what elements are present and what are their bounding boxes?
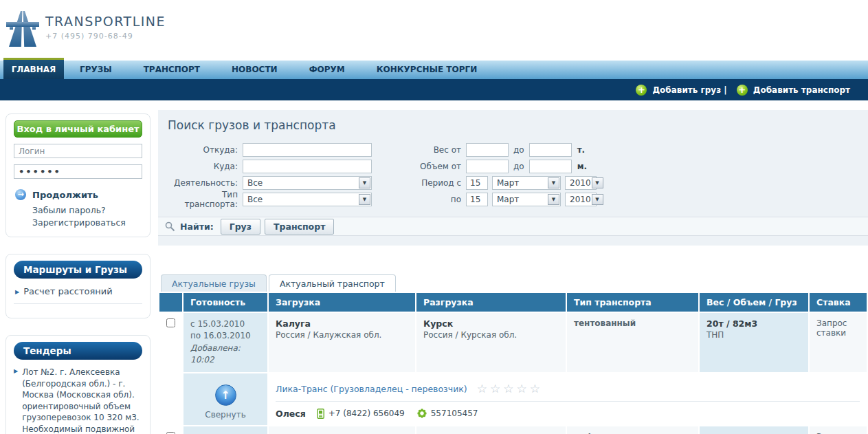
volume-to-input[interactable] [529, 160, 572, 173]
checkbox-column-header [159, 293, 182, 312]
table-row: с 15.03.2010 по 14.05.2010 Добавлена: 10… [159, 426, 867, 434]
routes-box-header: Маршруты и Грузы [14, 261, 142, 279]
login-input[interactable] [14, 144, 142, 158]
to-input[interactable] [243, 160, 372, 173]
continue-label: Продолжить [32, 190, 98, 200]
to-label: Куда: [168, 162, 238, 171]
brand-title: TRANSPORTLINE [45, 14, 166, 29]
weight-to-label: до [513, 145, 524, 155]
chevron-down-icon: ▼ [359, 177, 370, 188]
nav-tab-news[interactable]: НОВОСТИ [216, 61, 293, 79]
arrow-bullet-icon: ▶ [15, 289, 19, 295]
nav-tab-cargo[interactable]: ГРУЗЫ [64, 61, 128, 79]
password-input[interactable] [14, 164, 142, 179]
search-icon [165, 221, 175, 232]
nav-tab-transport[interactable]: ТРАНСПОРТ [128, 61, 216, 79]
weight-unit: т. [577, 145, 586, 155]
period-to-label: по [414, 195, 461, 204]
nav-tab-forum[interactable]: ФОРУМ [293, 61, 361, 79]
loading-cell: Калуга Россия / Калужская обл. [269, 313, 415, 372]
weight-from-label: Вес от [414, 145, 461, 155]
contact-icq: 557105457 [431, 409, 478, 418]
weight-to-input[interactable] [529, 143, 572, 157]
routes-box: Маршруты и Грузы ▶ Расчет расстояний [5, 254, 151, 318]
phone-icon [317, 409, 324, 419]
find-cargo-button[interactable]: Груз [221, 219, 260, 235]
collapse-arrow-up-button[interactable]: ↑ [215, 384, 236, 406]
continue-button[interactable]: → Продолжить [15, 189, 142, 200]
action-bar: + Добавить груз | + Добавить транспорт [0, 79, 868, 100]
transport-type-cell: рефрижератор, изотерма [567, 426, 698, 434]
transport-type-select[interactable]: Все ▼ [243, 193, 372, 206]
volume-to-label: до [513, 162, 524, 171]
sidebar: Вход в личный кабинет → Продолжить Забыл… [5, 100, 151, 434]
company-link[interactable]: Лика-Транс (Грузовладелец - перевозчик) [276, 384, 467, 394]
collapse-cell: ↑ Свернуть [183, 373, 267, 425]
tenders-box-header: Тендеры [14, 342, 142, 360]
period-from-year-select[interactable]: 2010 ▼ [565, 176, 597, 190]
plus-icon[interactable]: + [737, 85, 748, 96]
period-to-month-select[interactable]: Март ▼ [492, 193, 561, 206]
row-checkbox[interactable] [166, 432, 175, 434]
chevron-down-icon: ▼ [548, 177, 559, 188]
table-header-row: Готовность Загрузка Разгрузка Тип трансп… [159, 293, 867, 312]
transport-type-cell: тентованный [567, 313, 698, 372]
tender-item[interactable]: ▶ Лот №2. г. Алексеевка (Белгородская об… [14, 360, 142, 434]
add-transport-link[interactable]: Добавить транспорт [753, 85, 850, 95]
col-unloading: Разгрузка [416, 293, 566, 312]
contact-phone: +7 (8422) 656049 [329, 409, 405, 418]
tab-actual-cargo[interactable]: Актуальные грузы [161, 274, 267, 292]
transport-type-label: Тип транспорта: [168, 190, 238, 209]
login-box-header: Вход в личный кабинет [14, 120, 142, 138]
readiness-cell: с 15.03.2010 по 14.05.2010 Добавлена: 10… [183, 426, 267, 434]
listing-tabs: Актуальные грузы Актуальный транспорт [158, 274, 868, 292]
main-nav: ГЛАВНАЯ ГРУЗЫ ТРАНСПОРТ НОВОСТИ ФОРУМ КО… [0, 61, 868, 79]
forgot-password-link[interactable]: Забыли пароль? [32, 204, 142, 217]
add-cargo-link[interactable]: Добавить груз | [652, 85, 726, 95]
distance-calc-link[interactable]: ▶ Расчет расстояний [15, 286, 142, 296]
collapse-label[interactable]: Свернуть [190, 410, 260, 420]
arrow-circle-icon: → [15, 189, 26, 200]
login-box: Вход в личный кабинет → Продолжить Забыл… [5, 113, 151, 237]
brand-phone: +7 (495) 790-68-49 [45, 32, 166, 41]
logo[interactable]: TRANSPORTLINE +7 (495) 790-68-49 [5, 7, 166, 48]
nav-tab-main[interactable]: ГЛАВНАЯ [3, 58, 64, 79]
search-title: Поиск грузов и транспорта [168, 118, 868, 132]
activity-select[interactable]: Все ▼ [243, 176, 372, 190]
listing-table: Готовность Загрузка Разгрузка Тип трансп… [158, 292, 868, 434]
register-link[interactable]: Зарегистрироваться [32, 217, 142, 229]
col-loading: Загрузка [269, 293, 415, 312]
period-from-month-select[interactable]: Март ▼ [492, 176, 561, 190]
highway-logo-icon [5, 7, 40, 48]
volume-unit: м. [577, 162, 587, 171]
find-bar: Найти: Груз Транспорт [158, 217, 868, 236]
plus-icon[interactable]: + [636, 85, 647, 96]
period-from-day-input[interactable] [466, 176, 488, 190]
rating-stars-icon[interactable]: ☆☆☆☆☆ [477, 383, 543, 395]
find-transport-button[interactable]: Транспорт [265, 219, 334, 235]
period-to-year-select[interactable]: 2010 ▼ [565, 193, 597, 206]
content: Вход в личный кабинет → Продолжить Забыл… [0, 100, 868, 434]
col-readiness: Готовность [183, 293, 267, 312]
from-input[interactable] [243, 143, 372, 157]
weight-volume-cell: 20т / 82м3 Напитки [700, 426, 808, 434]
period-to-day-input[interactable] [466, 193, 488, 206]
table-row: с 15.03.2010 по 16.03.2010 Добавлена: 10… [159, 313, 867, 372]
unloading-cell: Орел Россия / Орловская обл. [416, 426, 566, 434]
chevron-down-icon: ▼ [359, 194, 370, 205]
rate-cell[interactable]: Запрос ставки [810, 426, 867, 434]
tab-actual-transport[interactable]: Актуальный транспорт [269, 274, 396, 292]
loading-cell: Тверь Россия / Тверская обл. [269, 426, 415, 434]
nav-tab-tenders[interactable]: КОНКУРСНЫЕ ТОРГИ [361, 61, 493, 79]
chevron-down-icon: ▼ [592, 194, 603, 205]
row-checkbox[interactable] [166, 318, 175, 327]
readiness-cell: с 15.03.2010 по 16.03.2010 Добавлена: 10… [183, 313, 267, 372]
detail-row: ↑ Свернуть Лика-Транс (Грузовладелец - п… [159, 373, 867, 425]
icq-flower-icon [417, 409, 427, 418]
col-rate: Ставка [810, 293, 867, 312]
chevron-down-icon: ▼ [592, 177, 603, 188]
volume-from-input[interactable] [466, 160, 509, 173]
rate-cell[interactable]: Запрос ставки [810, 313, 867, 372]
weight-from-input[interactable] [466, 143, 509, 157]
col-transport-type: Тип транспорта [567, 293, 698, 312]
